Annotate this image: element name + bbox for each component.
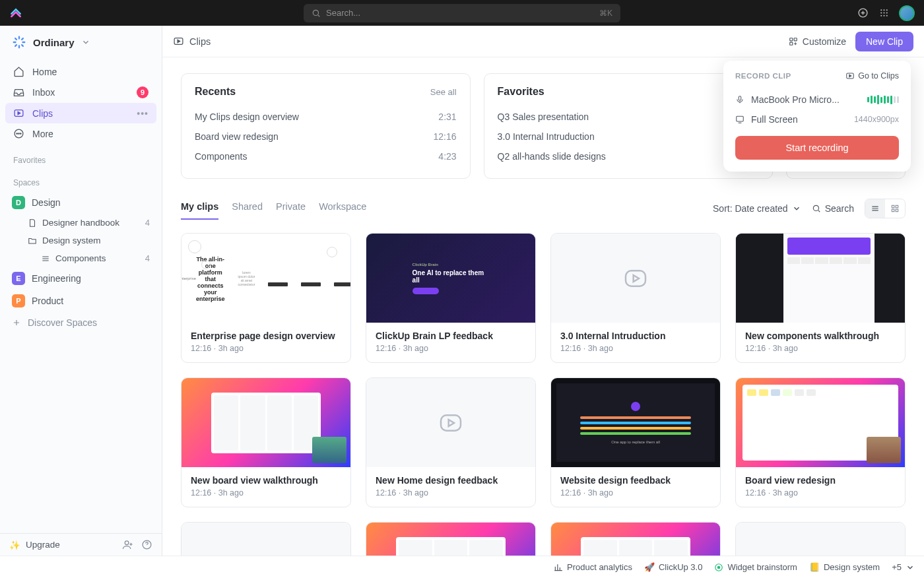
customize-icon xyxy=(789,37,798,46)
search-placeholder: Search... xyxy=(326,8,360,18)
space-design[interactable]: D Design xyxy=(0,191,162,214)
record-clip-popover: RECORD CLIP Go to Clips MacBook Pro Micr… xyxy=(723,61,911,172)
clip-card[interactable]: 3.0 Internal Intruduction12:16 · 3h ago xyxy=(550,233,721,363)
svg-rect-33 xyxy=(737,116,744,121)
popover-label: RECORD CLIP xyxy=(735,72,791,80)
svg-point-14 xyxy=(18,133,19,134)
space-child-label: Design system xyxy=(42,236,101,245)
clip-card[interactable] xyxy=(735,522,906,556)
view-list-button[interactable] xyxy=(865,199,885,218)
search-icon xyxy=(312,9,321,18)
svg-point-4 xyxy=(886,9,887,11)
clip-meta: 12:16 · 3h ago xyxy=(745,488,896,498)
home-icon xyxy=(13,66,24,77)
space-product-chip: P xyxy=(12,294,25,307)
list-icon xyxy=(871,204,880,213)
nav-inbox[interactable]: Inbox 9 xyxy=(5,82,156,103)
sort-dropdown[interactable]: Sort: Date created xyxy=(713,203,801,214)
space-product[interactable]: P Product xyxy=(0,290,162,312)
mic-selector[interactable]: MacBook Pro Micro... xyxy=(735,90,899,110)
bb-clickup[interactable]: 🚀ClickUp 3.0 xyxy=(644,562,702,572)
clip-card[interactable]: Enterprise The all-in-one platform that … xyxy=(181,233,351,363)
clip-title: ClickUp Brain LP feedback xyxy=(376,331,526,341)
nav-more[interactable]: More xyxy=(5,123,156,144)
recents-item[interactable]: My Clips design overview2:31 xyxy=(195,107,457,127)
search-clips[interactable]: Search xyxy=(812,203,854,214)
tab-my-clips[interactable]: My clips xyxy=(181,197,218,220)
clip-card[interactable]: New components walkthrough12:16 · 3h ago xyxy=(735,233,906,363)
nav-more-label: More xyxy=(32,129,53,139)
clip-card[interactable]: New Home design feedback12:16 · 3h ago xyxy=(366,377,536,507)
recents-card: Recents See all My Clips design overview… xyxy=(181,73,471,179)
add-button[interactable] xyxy=(857,7,869,19)
screen-label: Full Screen xyxy=(751,114,798,125)
clip-card[interactable] xyxy=(181,522,351,556)
bb-analytics[interactable]: Product analytics xyxy=(554,562,632,572)
nav-clips[interactable]: Clips ••• xyxy=(5,103,156,123)
clip-title: Enterprise page design overview xyxy=(191,331,341,341)
space-design-chip: D xyxy=(12,196,25,209)
bb-design[interactable]: 📒Design system xyxy=(809,562,880,572)
clip-card[interactable]: Board view redesign12:16 · 3h ago xyxy=(735,377,906,507)
help-icon[interactable] xyxy=(141,539,152,550)
clip-thumbnail xyxy=(182,378,350,467)
tab-shared[interactable]: Shared xyxy=(232,197,263,220)
user-avatar[interactable] xyxy=(899,5,915,21)
workspace-switcher[interactable]: Ordinary xyxy=(0,26,162,59)
discover-spaces[interactable]: Discover Spaces xyxy=(0,312,162,333)
tab-private[interactable]: Private xyxy=(276,197,306,220)
clip-card[interactable] xyxy=(550,522,721,556)
sparkle-icon: ✨ xyxy=(9,540,20,550)
svg-point-22 xyxy=(813,205,818,210)
clip-card[interactable]: New board view walkthrough12:16 · 3h ago xyxy=(181,377,351,507)
global-search[interactable]: Search... ⌘K xyxy=(304,4,620,22)
upgrade-button[interactable]: ✨ Upgrade xyxy=(9,540,60,550)
bb-widget[interactable]: Widget brainstorm xyxy=(714,562,797,572)
svg-rect-28 xyxy=(441,415,461,430)
svg-rect-21 xyxy=(790,42,793,45)
clip-card[interactable] xyxy=(366,522,536,556)
list-icon xyxy=(41,254,50,263)
clip-title: New Home design feedback xyxy=(376,475,526,486)
workspace-name: Ordinary xyxy=(33,37,75,48)
clip-thumbnail xyxy=(551,523,720,556)
new-clip-button[interactable]: New Clip xyxy=(855,32,913,51)
screen-selector[interactable]: Full Screen 1440x900px xyxy=(735,110,899,129)
favorites-item[interactable]: Q2 all-hands slide designs9:07 xyxy=(498,146,760,166)
clip-meta: 12:16 · 3h ago xyxy=(560,344,711,353)
bb-more[interactable]: +5 xyxy=(892,562,915,572)
clip-card[interactable]: ClickUp BrainOne AI to replace them all … xyxy=(366,233,536,363)
clip-card[interactable]: One app to replace them all Website desi… xyxy=(550,377,721,507)
clip-icon xyxy=(173,36,184,47)
space-engineering-label: Engineering xyxy=(32,273,81,284)
start-recording-button[interactable]: Start recording xyxy=(735,136,899,160)
goto-clips-link[interactable]: Go to Clips xyxy=(845,71,899,80)
rocket-icon: 🚀 xyxy=(644,562,655,572)
favorites-item[interactable]: 3.0 Internal Intruduction3:24 xyxy=(498,127,760,146)
svg-point-13 xyxy=(16,133,17,134)
apps-grid-icon[interactable] xyxy=(878,7,890,19)
recents-item[interactable]: Components4:23 xyxy=(195,146,457,166)
space-engineering[interactable]: E Engineering xyxy=(0,267,162,290)
invite-icon[interactable] xyxy=(122,539,133,550)
customize-button[interactable]: Customize xyxy=(789,36,846,47)
svg-point-7 xyxy=(886,12,887,13)
page-header: Clips Customize New Clip xyxy=(162,26,924,57)
recents-item[interactable]: Board view redesign12:16 xyxy=(195,127,457,146)
plus-icon xyxy=(12,318,21,327)
space-child-design-system[interactable]: Design system xyxy=(0,232,162,249)
nav-home[interactable]: Home xyxy=(5,61,156,82)
page-title: Clips xyxy=(189,36,211,47)
search-label: Search xyxy=(825,203,854,214)
nav-clips-more-icon[interactable]: ••• xyxy=(137,108,148,119)
tab-workspace[interactable]: Workspace xyxy=(319,197,366,220)
space-child-components[interactable]: Components 4 xyxy=(0,249,162,267)
upgrade-label: Upgrade xyxy=(26,540,60,550)
chevron-down-icon xyxy=(81,38,90,47)
play-placeholder-icon xyxy=(438,410,464,436)
view-grid-button[interactable] xyxy=(885,199,905,218)
recents-see-all[interactable]: See all xyxy=(430,87,457,97)
discover-label: Discover Spaces xyxy=(28,317,97,328)
favorites-item[interactable]: Q3 Sales presentation1:21 xyxy=(498,107,760,127)
space-child-handbook[interactable]: Designer handbook 4 xyxy=(0,214,162,232)
